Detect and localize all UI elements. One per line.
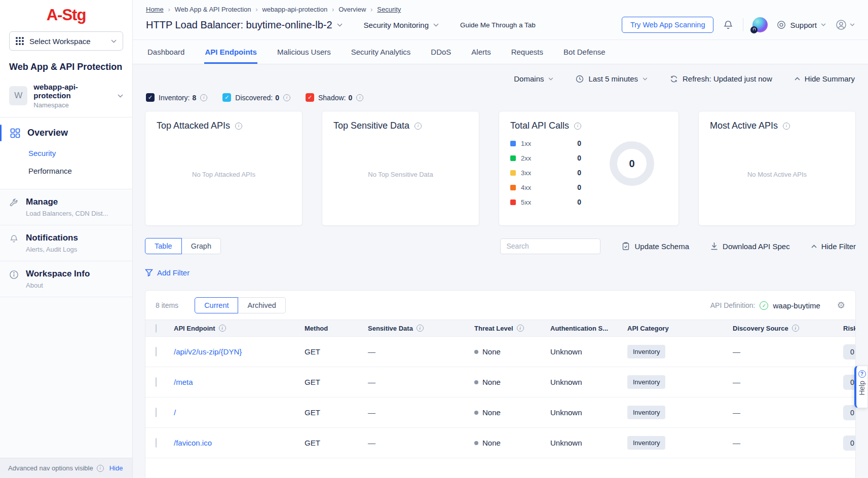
namespace-type: Namespace: [33, 101, 111, 109]
table-view-button[interactable]: Table: [145, 238, 182, 254]
archived-toggle-button[interactable]: Archived: [238, 297, 285, 313]
row-checkbox[interactable]: [156, 347, 157, 356]
card-total-api-calls: Total API Calls 1xx 0 2xx 0: [499, 111, 679, 226]
tab-ddos[interactable]: DDoS: [430, 40, 451, 64]
col-authentication[interactable]: Authentication S...: [550, 325, 627, 332]
current-archived-toggle: Current Archived: [195, 297, 286, 313]
col-api-category[interactable]: API Category: [627, 325, 733, 332]
sidebar-item-overview[interactable]: Overview: [0, 126, 132, 144]
filter-shadow[interactable]: Shadow: 0: [306, 93, 363, 102]
checkbox-checked-icon[interactable]: [146, 93, 155, 102]
chevron-down-icon: [111, 39, 117, 43]
col-api-endpoint[interactable]: API Endpoint: [174, 325, 215, 332]
tab-security-analytics[interactable]: Security Analytics: [351, 40, 411, 64]
sidebar-item-security[interactable]: Security: [0, 144, 132, 162]
try-web-app-scanning-button[interactable]: Try Web App Scanning: [622, 17, 714, 33]
info-icon[interactable]: [219, 325, 226, 332]
checkbox-checked-icon[interactable]: [306, 93, 314, 102]
tab-api-endpoints[interactable]: API Endpoints: [204, 40, 257, 64]
info-icon[interactable]: [235, 123, 242, 130]
account-menu[interactable]: [835, 19, 855, 31]
filter-discovered[interactable]: Discovered: 0: [222, 93, 290, 102]
hide-advanced-nav-link[interactable]: Hide: [109, 464, 123, 472]
hide-summary-toggle[interactable]: Hide Summary: [795, 74, 855, 83]
info-icon[interactable]: [574, 123, 581, 130]
category-badge: Inventory: [627, 375, 665, 389]
row-checkbox[interactable]: [156, 377, 157, 387]
info-icon[interactable]: [283, 94, 290, 101]
col-threat-level[interactable]: Threat Level: [474, 325, 513, 332]
monitor-selector[interactable]: Security Monitoring: [364, 21, 439, 29]
tab-alerts[interactable]: Alerts: [471, 40, 491, 64]
info-icon[interactable]: [414, 123, 422, 130]
endpoint-link[interactable]: /api/v2/us-zip/{DYN}: [174, 347, 305, 356]
breadcrumb-waap[interactable]: Web App & API Protection: [175, 6, 251, 13]
brand-logo[interactable]: A-Stg: [0, 0, 132, 30]
guide-me-link[interactable]: Guide Me Through a Tab: [460, 21, 536, 29]
empty-state-text: No Most Active APIs: [699, 171, 855, 178]
info-icon[interactable]: [783, 123, 790, 130]
tab-malicious-users[interactable]: Malicious Users: [277, 40, 331, 64]
gear-icon[interactable]: ⚙: [837, 301, 845, 310]
tab-bot-defense[interactable]: Bot Defense: [563, 40, 606, 64]
info-icon[interactable]: [792, 325, 799, 332]
notifications-bell-icon[interactable]: [723, 19, 734, 30]
graph-view-button[interactable]: Graph: [182, 238, 221, 254]
tab-dashboard[interactable]: Dashboard: [147, 40, 185, 64]
breadcrumb-namespace[interactable]: webapp-api-protection: [262, 6, 327, 13]
info-icon[interactable]: [200, 94, 207, 101]
tab-requests[interactable]: Requests: [511, 40, 544, 64]
row-checkbox[interactable]: [156, 408, 157, 417]
breadcrumb-overview[interactable]: Overview: [338, 6, 366, 13]
endpoint-link[interactable]: /favicon.ico: [174, 439, 305, 447]
select-all-checkbox[interactable]: [156, 324, 157, 333]
lb-title-dropdown[interactable]: HTTP Load Balancer: buytime-online-lb-2: [146, 19, 343, 31]
breadcrumb-home[interactable]: Home: [146, 6, 164, 13]
api-definition-value[interactable]: waap-buytime: [773, 301, 820, 310]
sidebar-item-manage[interactable]: Manage Load Balancers, CDN Dist...: [0, 189, 132, 225]
user-avatar[interactable]: [752, 17, 768, 32]
advanced-nav-text: Advanced nav options visible: [8, 464, 93, 472]
update-schema-button[interactable]: Update Schema: [622, 242, 689, 251]
workspace-selector[interactable]: Select Workspace: [9, 31, 123, 51]
col-discovery-source[interactable]: Discovery Source: [733, 325, 788, 332]
checkbox-checked-icon[interactable]: [222, 93, 231, 102]
namespace-selector[interactable]: W webapp-api-protection Namespace: [0, 83, 132, 117]
filter-shadow-label: Shadow:: [318, 94, 346, 102]
sensitive-cell: —: [368, 378, 474, 386]
info-icon[interactable]: [97, 465, 104, 472]
endpoint-link[interactable]: /: [174, 408, 305, 417]
current-toggle-button[interactable]: Current: [195, 297, 238, 313]
breadcrumb-security[interactable]: Security: [377, 6, 401, 13]
legend-item-5xx: 5xx 0: [510, 198, 581, 206]
sidebar-item-notifications[interactable]: Notifications Alerts, Audit Logs: [0, 225, 132, 261]
filter-inventory[interactable]: Inventory: 8: [146, 93, 207, 102]
refresh-control[interactable]: Refresh: Updated just now: [670, 74, 772, 83]
legend-swatch: [510, 185, 516, 190]
search-input[interactable]: [500, 238, 600, 254]
card-most-active-apis: Most Active APIs No Most Active APIs: [698, 111, 856, 226]
total-api-calls-donut: 0: [610, 141, 654, 186]
empty-state-text: No Top Sensitive Data: [322, 171, 479, 178]
support-menu[interactable]: Support: [777, 20, 826, 29]
time-range-dropdown[interactable]: Last 5 minutes: [576, 74, 648, 83]
info-icon[interactable]: [356, 94, 363, 101]
threat-cell: None: [482, 378, 501, 386]
row-checkbox[interactable]: [156, 438, 157, 448]
hide-filter-toggle[interactable]: Hide Filter: [811, 242, 856, 251]
info-icon[interactable]: [417, 325, 424, 332]
help-tab[interactable]: Help: [854, 366, 868, 408]
hide-filter-label: Hide Filter: [821, 242, 856, 251]
add-filter-button[interactable]: Add Filter: [145, 268, 856, 277]
info-icon[interactable]: [517, 325, 524, 332]
col-sensitive-data[interactable]: Sensitive Data: [368, 325, 413, 332]
auth-cell: Unknown: [550, 408, 627, 417]
sidebar-item-performance[interactable]: Performance: [0, 162, 132, 180]
col-method[interactable]: Method: [305, 325, 368, 332]
sidebar-item-manage-label: Manage: [26, 197, 108, 207]
sidebar-item-workspace-info[interactable]: Workspace Info About: [0, 261, 132, 297]
download-api-spec-button[interactable]: Download API Spec: [710, 242, 790, 251]
domains-dropdown[interactable]: Domains: [514, 74, 553, 83]
col-risk[interactable]: Risk: [843, 325, 856, 332]
endpoint-link[interactable]: /meta: [174, 378, 305, 386]
